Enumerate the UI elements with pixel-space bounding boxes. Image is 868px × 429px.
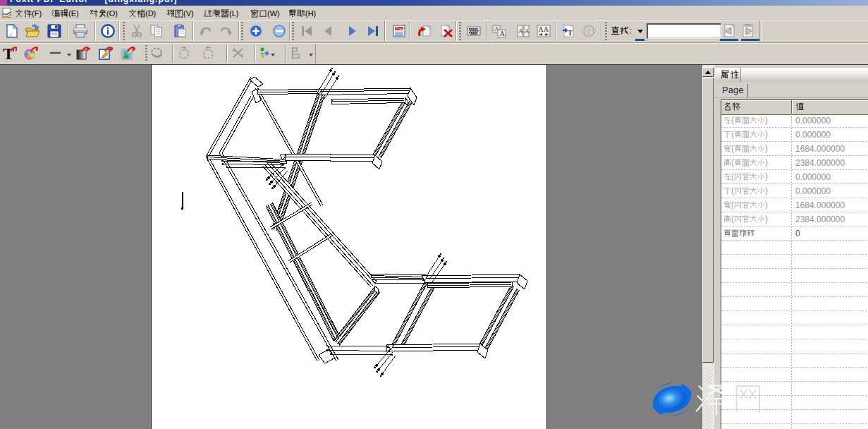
- svg-text:AA: AA: [539, 25, 549, 33]
- svg-text:T: T: [587, 27, 592, 35]
- svg-text:A: A: [525, 28, 530, 35]
- svg-text:A: A: [518, 28, 523, 35]
- svg-text:T: T: [568, 28, 573, 37]
- svg-text:A: A: [500, 30, 506, 37]
